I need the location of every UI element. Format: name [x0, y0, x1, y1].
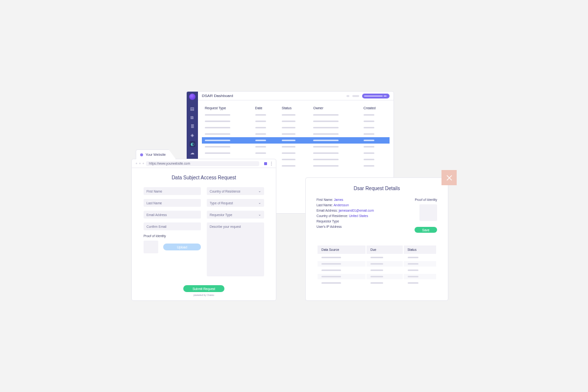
placeholder-bar — [364, 121, 374, 122]
table-row[interactable] — [318, 280, 436, 286]
submit-request-button[interactable]: Submit Request — [183, 285, 224, 292]
email-field[interactable]: Email Address — [144, 211, 201, 219]
request-type-field[interactable]: Type of Request ⌄ — [207, 199, 264, 207]
table-row[interactable] — [202, 112, 390, 118]
header-chip — [352, 95, 359, 97]
powered-by-text: powered by Osano — [144, 294, 264, 296]
placeholder: Requestor Type — [210, 213, 232, 217]
placeholder-bar — [408, 276, 418, 277]
first-name-field[interactable]: First Name — [144, 187, 201, 195]
col-owner[interactable]: Owner — [310, 104, 361, 112]
placeholder-bar — [255, 114, 266, 116]
table-row[interactable] — [318, 268, 436, 273]
placeholder-bar — [282, 159, 295, 160]
cloud-icon[interactable]: ☁ — [190, 150, 196, 156]
traffic-light-icon — [136, 163, 137, 164]
col-due[interactable]: Due — [367, 245, 403, 254]
upload-button[interactable]: Upload — [163, 244, 201, 250]
shield-icon[interactable]: ◐ — [190, 141, 196, 147]
browser-address-bar: https://www.yourwebsite.com — [132, 159, 276, 168]
diamond-icon[interactable]: ◈ — [190, 132, 196, 138]
proof-of-identity-label: Proof of Identity — [415, 198, 437, 201]
table-row[interactable] — [202, 137, 390, 144]
col-created[interactable]: Created — [361, 104, 390, 112]
placeholder-bar — [255, 127, 266, 128]
brand-logo-icon[interactable] — [189, 94, 196, 100]
placeholder-bar — [370, 282, 383, 284]
placeholder-bar — [282, 127, 295, 128]
col-status[interactable]: Status — [279, 104, 310, 112]
detail-field: First Name: James — [317, 198, 374, 201]
details-field-list: First Name: JamesLast Name: AnderssonEma… — [317, 198, 374, 233]
requestor-type-field[interactable]: Requestor Type ⌄ — [207, 211, 264, 219]
url-input[interactable]: https://www.yourwebsite.com — [146, 161, 259, 166]
placeholder-bar — [408, 257, 418, 258]
placeholder-bar — [321, 270, 341, 271]
save-button[interactable]: Save — [415, 227, 437, 233]
table-row[interactable] — [318, 255, 436, 260]
data-sources-table: Data Source Due Status — [317, 245, 437, 287]
col-date[interactable]: Date — [252, 104, 279, 112]
table-header-row: Request Type Date Status Owner Created — [202, 104, 390, 112]
table-row[interactable] — [318, 261, 436, 267]
list-icon[interactable]: ≣ — [190, 123, 196, 129]
proof-upload-row: Upload — [144, 241, 201, 253]
form-body: Data Subject Access Request First Name C… — [132, 168, 276, 300]
placeholder: Type of Request — [210, 201, 233, 205]
placeholder-bar — [205, 114, 230, 116]
dashboard-header: DSAR Dashboard — [198, 92, 393, 100]
placeholder-bar — [313, 152, 339, 154]
details-top-row: First Name: JamesLast Name: AnderssonEma… — [317, 198, 437, 233]
col-request-type[interactable]: Request Type — [202, 104, 252, 112]
extension-badge-icon[interactable] — [264, 162, 267, 165]
header-action-button[interactable] — [362, 94, 390, 98]
close-button[interactable] — [441, 170, 457, 185]
traffic-light-icon — [139, 163, 141, 164]
placeholder-bar — [321, 263, 341, 265]
chevron-down-icon: ⌄ — [258, 213, 261, 217]
placeholder: Email Address — [147, 213, 167, 217]
col-status[interactable]: Status — [404, 245, 437, 254]
clipboard-icon[interactable]: 🗎 — [190, 115, 196, 121]
browser-tab[interactable]: Your Website — [136, 149, 176, 159]
placeholder-bar — [364, 165, 374, 167]
table-row[interactable] — [318, 274, 436, 279]
form-grid: First Name Country of Residence ⌄ Last N… — [144, 187, 264, 276]
placeholder-bar — [282, 165, 295, 167]
placeholder-bar — [255, 133, 266, 135]
confirm-email-field[interactable]: Confirm Email — [144, 222, 201, 230]
traffic-light-icon — [143, 163, 144, 164]
save-label: Save — [422, 228, 430, 232]
kebab-menu-icon[interactable] — [271, 162, 272, 166]
detail-field: Country of Residence: United States — [317, 214, 374, 218]
placeholder-bar — [282, 146, 295, 147]
close-icon — [446, 174, 453, 181]
layers-icon[interactable]: ▤ — [190, 106, 196, 112]
placeholder-bar — [313, 121, 339, 122]
col-data-source[interactable]: Data Source — [318, 245, 366, 254]
table-row[interactable] — [202, 118, 390, 124]
table-row[interactable] — [202, 131, 390, 137]
form-title: Data Subject Access Request — [144, 175, 264, 180]
table-row[interactable] — [202, 144, 390, 150]
table-row[interactable] — [202, 124, 390, 131]
placeholder-bar — [205, 133, 230, 135]
placeholder-bar — [408, 270, 418, 271]
details-table-wrap: Data Source Due Status — [317, 239, 437, 287]
placeholder-bar — [370, 257, 383, 258]
placeholder-bar — [255, 146, 266, 147]
describe-request-field[interactable]: Describe your request — [207, 222, 264, 276]
submit-label: Submit Request — [193, 287, 215, 291]
placeholder-bar — [321, 282, 341, 284]
placeholder-bar — [313, 133, 339, 135]
details-title: Dsar Request Details — [317, 186, 437, 191]
placeholder-bar — [313, 127, 339, 128]
country-field[interactable]: Country of Residence ⌄ — [207, 187, 264, 195]
placeholder-bar — [313, 146, 339, 147]
placeholder-bar — [282, 121, 295, 122]
last-name-field[interactable]: Last Name — [144, 199, 201, 207]
placeholder-bar — [205, 140, 230, 141]
proof-thumbnail[interactable] — [419, 204, 437, 221]
upload-label: Upload — [177, 245, 187, 249]
table-row[interactable] — [202, 150, 390, 156]
